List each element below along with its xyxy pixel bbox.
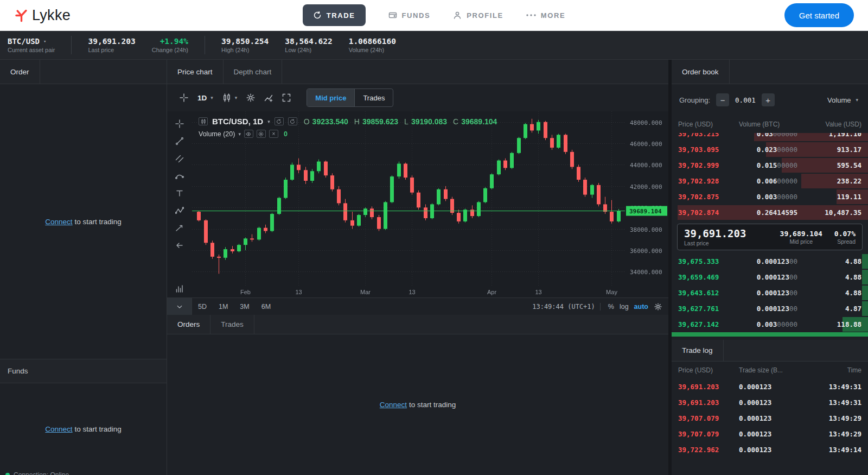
mid-price-toggle[interactable]: Mid price (307, 89, 355, 106)
volume-column-header: Volume (BTC) (739, 121, 812, 128)
curve-tool[interactable] (175, 172, 184, 180)
asset-pair-selector[interactable]: BTC/USD▾ Current asset pair (8, 37, 55, 53)
volume-cell: 0.02300000 (739, 145, 812, 154)
connect-suffix: to start trading (73, 425, 122, 433)
trade-log-row[interactable]: 39,707.0790.00012313:49:29 (672, 426, 868, 442)
eye-icon[interactable] (244, 130, 253, 138)
nav-profile[interactable]: PROFILE (453, 11, 503, 20)
volume-indicator-label[interactable]: Volume (20) (199, 130, 235, 138)
chart-symbol[interactable]: BTC/USD, 1D (212, 117, 263, 126)
timeframe-5d[interactable]: 5D (192, 303, 213, 311)
bid-row[interactable]: 39,643.6120.000123004.88 (672, 285, 868, 301)
divider (71, 36, 72, 54)
crosshair-mode-button[interactable] (180, 93, 188, 102)
tab-orders[interactable]: Orders (167, 315, 210, 334)
order-book-panel: Order book Grouping: − 0.001 + Volume ▾ … (668, 60, 868, 475)
indicators-button[interactable] (264, 93, 273, 102)
close-icon[interactable]: × (269, 130, 278, 138)
asset-pair-sub: Current asset pair (8, 47, 55, 53)
grouping-increase-button[interactable]: + (762, 93, 775, 106)
ask-row[interactable]: 39,702.8750.00300000119.11 (672, 189, 868, 205)
chart-style-icon[interactable] (199, 117, 208, 125)
volume-cell: 0.00012300 (739, 289, 812, 297)
forecast-tool[interactable] (175, 224, 184, 232)
tab-trade-log[interactable]: Trade log (672, 340, 724, 361)
hide-drawings-button[interactable] (175, 241, 184, 250)
ask-row[interactable]: 39,702.8740.2641459510,487.35 (672, 205, 868, 220)
tab-order-book[interactable]: Order book (672, 60, 730, 84)
gear-icon[interactable] (257, 130, 266, 138)
trade-log-row[interactable]: 39,691.2030.00012313:49:31 (672, 379, 868, 395)
interval-value: 1D (197, 94, 207, 102)
price-cell: 39,702.875 (678, 193, 739, 201)
volume-cell: 0.00012300 (739, 273, 812, 281)
value-cell: 595.54 (812, 161, 861, 169)
time-cell: 13:49:31 (818, 383, 861, 391)
bar-pattern-tool[interactable] (175, 284, 184, 293)
nav-more[interactable]: MORE (526, 11, 565, 20)
trend-line-tool[interactable] (175, 137, 184, 145)
auto-scale-button[interactable]: auto (631, 303, 651, 311)
ask-row[interactable]: 39,702.9990.01500000595.54 (672, 157, 868, 173)
fullscreen-icon (282, 93, 291, 102)
chart-style-select[interactable]: ▾ (222, 93, 238, 102)
bid-row[interactable]: 39,675.3330.000123004.88 (672, 254, 868, 269)
trade-log-row[interactable]: 39,722.9620.00012313:49:14 (672, 442, 868, 458)
ask-row[interactable]: 39,702.9280.00600000238.22 (672, 173, 868, 189)
chart-settings-button[interactable] (246, 93, 255, 102)
interval-select[interactable]: 1D ▾ (197, 94, 213, 102)
timeframe-1m[interactable]: 1M (213, 303, 234, 311)
trade-log-rows: 39,691.2030.00012313:49:3139,691.2030.00… (672, 379, 868, 458)
orderbook-last-price: 39,691.203 Last price (684, 227, 746, 246)
collapse-toolbar-button[interactable] (167, 298, 192, 315)
tab-order[interactable]: Order (0, 60, 40, 84)
crosshair-tool[interactable] (175, 119, 184, 128)
bid-row[interactable]: 39,627.1420.00300000118.88 (672, 316, 868, 332)
tab-depth-chart[interactable]: Depth chart (224, 60, 283, 84)
volume-cell: 0.01500000 (739, 161, 812, 169)
tab-trades[interactable]: Trades (210, 315, 254, 334)
trade-log-row[interactable]: 39,691.2030.00012313:49:31 (672, 395, 868, 410)
bid-row[interactable]: 39,627.7610.000123004.87 (672, 301, 868, 316)
user-icon (453, 11, 462, 20)
ellipsis-icon (526, 14, 536, 16)
bid-row[interactable]: 39,659.4690.000123004.88 (672, 269, 868, 285)
low-value: 38,564.622 (285, 37, 332, 46)
value-cell: 118.88 (812, 320, 861, 328)
trades-toggle[interactable]: Trades (355, 89, 393, 106)
nav-trade[interactable]: TRADE (303, 4, 366, 26)
legend-cycle-icon[interactable] (288, 117, 297, 125)
tab-funds[interactable]: Funds (8, 367, 28, 375)
lykke-logo[interactable]: Lykke (14, 7, 71, 24)
timeframe-6m[interactable]: 6M (256, 303, 277, 311)
pattern-tool[interactable] (175, 206, 184, 215)
connect-link[interactable]: Connect (45, 218, 72, 226)
candlestick-chart-canvas[interactable] (192, 111, 668, 297)
nav-funds[interactable]: FUNDS (388, 11, 431, 20)
connect-link[interactable]: Connect (380, 401, 407, 409)
caret-down-icon: ▾ (238, 131, 241, 137)
parallel-channel-tool[interactable] (175, 154, 184, 163)
trade-log-row[interactable]: 39,707.0790.00012313:49:29 (672, 410, 868, 426)
log-scale-button[interactable]: log (617, 303, 631, 311)
text-tool[interactable] (175, 189, 184, 198)
connection-status: Connection: Online (5, 471, 69, 475)
connect-link[interactable]: Connect (45, 425, 72, 433)
get-started-button[interactable]: Get started (784, 3, 854, 27)
last-price-label: Last price (88, 47, 135, 53)
legend-refresh-icon[interactable] (275, 117, 284, 125)
connection-status-text: Connection: Online (14, 471, 69, 475)
ask-row[interactable]: 39,703.0950.02300000913.17 (672, 142, 868, 157)
change-label: Change (24h) (152, 47, 188, 53)
price-chart[interactable]: BTC/USD, 1D ▾ O39233.540 H39859.623 L391… (167, 111, 668, 297)
volume-cell: 0.26414595 (739, 208, 812, 217)
grouping-label: Grouping: (679, 96, 710, 104)
fullscreen-button[interactable] (282, 93, 291, 102)
ask-row[interactable]: 39,703.2150.030000001,191.10 (672, 133, 868, 142)
scale-settings-gear-icon[interactable] (654, 303, 662, 311)
percent-scale-button[interactable]: % (605, 303, 617, 311)
tab-price-chart[interactable]: Price chart (167, 60, 224, 84)
volume-display-select[interactable]: Volume ▾ (827, 96, 860, 104)
grouping-decrease-button[interactable]: − (716, 93, 729, 106)
timeframe-3m[interactable]: 3M (234, 303, 255, 311)
